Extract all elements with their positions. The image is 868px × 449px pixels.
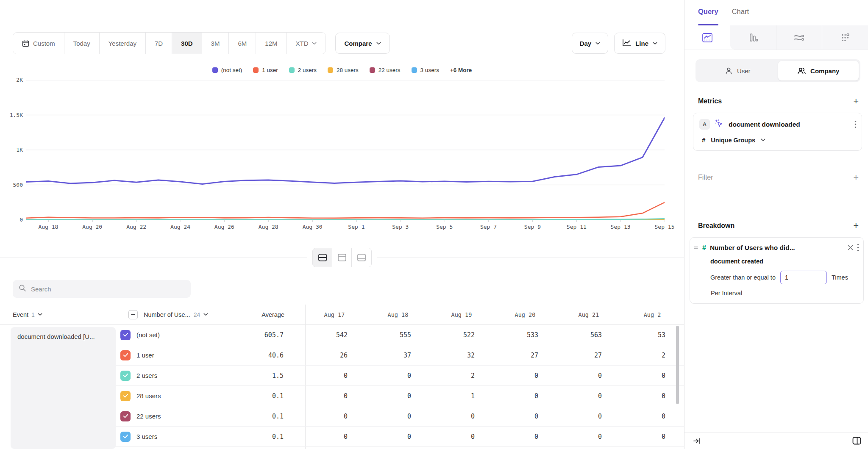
range-button-30d[interactable]: 30D: [172, 33, 202, 54]
scope-option-company[interactable]: Company: [778, 61, 859, 80]
scope-option-user[interactable]: User: [697, 61, 778, 80]
filter-section-header: Filter +: [684, 173, 868, 182]
range-label: Yesterday: [108, 40, 136, 47]
kebab-menu-icon[interactable]: [854, 120, 857, 128]
legend-label: 28 users: [337, 67, 359, 73]
group-header-dropdown[interactable]: Number of Use... 24: [144, 311, 208, 318]
legend-item-3[interactable]: 28 users: [328, 67, 359, 73]
date-column-header[interactable]: Aug 21: [557, 311, 620, 318]
table-cell: 0: [366, 433, 430, 441]
metric-event-name: document downloaded: [729, 121, 849, 128]
series-checkbox[interactable]: [120, 371, 131, 381]
legend-item-1[interactable]: 1 user: [253, 67, 278, 73]
date-column-header[interactable]: Aug 18: [366, 311, 430, 318]
table-cell: 27: [557, 352, 620, 359]
range-button-xtd[interactable]: XTD: [287, 33, 326, 54]
kebab-menu-icon[interactable]: [857, 244, 859, 252]
chart-icon-tab-line-chart[interactable]: [684, 25, 730, 50]
grid-dots-icon: [840, 33, 851, 43]
range-button-6m[interactable]: 6M: [229, 33, 256, 54]
x-axis-tick: [665, 220, 665, 222]
chevron-down-icon: [595, 42, 600, 45]
x-axis-tick: [532, 220, 533, 222]
metric-card[interactable]: A document downloaded # Unique Groups: [693, 113, 862, 151]
legend-item-0[interactable]: (not set): [212, 67, 242, 73]
date-column-header[interactable]: Aug 19: [430, 311, 493, 318]
close-icon[interactable]: [848, 245, 853, 250]
layout-toggle-split-view[interactable]: [313, 248, 332, 267]
x-axis-label: Sep 1: [348, 224, 364, 230]
legend-item-4[interactable]: 22 users: [370, 67, 401, 73]
add-metric-button[interactable]: +: [853, 97, 859, 106]
average-cell: 1.5: [222, 372, 284, 380]
series-checkbox[interactable]: [120, 432, 131, 442]
chart-plot-area[interactable]: 05001K1.5K2K: [26, 80, 665, 220]
metric-row: A document downloaded: [699, 119, 857, 130]
event-name-cell[interactable]: document downloaded [U...: [11, 327, 116, 449]
drag-handle-icon[interactable]: [693, 245, 698, 250]
date-column-header[interactable]: Aug 17: [303, 311, 366, 318]
search-box[interactable]: [13, 280, 191, 298]
compare-button[interactable]: Compare: [335, 33, 389, 54]
add-breakdown-button[interactable]: +: [853, 221, 859, 230]
series-checkbox[interactable]: [120, 391, 131, 401]
legend-item-2[interactable]: 2 users: [289, 67, 317, 73]
series-checkbox[interactable]: [120, 411, 131, 421]
date-column-header[interactable]: Aug 20: [493, 311, 557, 318]
search-icon: [19, 284, 26, 294]
collapse-panel-icon[interactable]: [693, 437, 701, 445]
chart-icon-tab-flow-chart[interactable]: [776, 25, 822, 50]
legend-swatch: [253, 67, 259, 73]
series-checkbox[interactable]: [120, 330, 131, 340]
legend-item-5[interactable]: 3 users: [412, 67, 439, 73]
x-axis-label: Aug 20: [82, 224, 102, 230]
range-button-3m[interactable]: 3M: [202, 33, 229, 54]
table-cell: 0: [557, 372, 620, 380]
times-value-input[interactable]: [780, 271, 827, 284]
panel-tab-query[interactable]: Query: [698, 8, 718, 25]
legend-label: (not set): [221, 67, 242, 73]
legend-more-button[interactable]: +6 More: [450, 67, 472, 73]
breakdown-card[interactable]: # Number of Users who did... document cr…: [690, 237, 864, 304]
event-header[interactable]: Event 1: [0, 311, 122, 318]
average-header[interactable]: Average: [225, 311, 284, 318]
table-cell: 522: [430, 331, 493, 339]
date-column-header[interactable]: Aug 2: [620, 311, 684, 318]
side-panel-toggle-icon[interactable]: [852, 437, 861, 445]
series-label: 1 user: [136, 352, 154, 359]
layout-toggle-chart-only[interactable]: [332, 248, 352, 267]
table-cell: 0: [303, 392, 366, 400]
table-cell: 32: [430, 352, 493, 359]
range-label: 12M: [265, 40, 277, 47]
breakdown-heading: Breakdown: [698, 222, 734, 230]
per-interval-label[interactable]: Per Interval: [711, 290, 859, 297]
x-axis-tick: [576, 220, 577, 222]
granularity-button[interactable]: Day: [572, 33, 609, 54]
range-button-12m[interactable]: 12M: [256, 33, 287, 54]
series-checkbox[interactable]: [120, 350, 131, 360]
y-axis-label: 0: [2, 216, 23, 223]
range-button-custom[interactable]: Custom: [13, 33, 64, 54]
breakdown-event-name[interactable]: document created: [710, 258, 859, 265]
range-button-7d[interactable]: 7D: [146, 33, 172, 54]
x-axis-tick: [356, 220, 357, 222]
chart-type-button[interactable]: Line: [614, 33, 665, 54]
condition-suffix: Times: [832, 274, 848, 281]
number-property-icon: #: [702, 244, 706, 252]
layout-toggle-table-only[interactable]: [352, 248, 371, 267]
add-filter-button[interactable]: +: [853, 173, 859, 182]
search-input[interactable]: [31, 285, 185, 293]
series-label: 28 users: [136, 392, 161, 399]
chart-icon-tab-grid-dots[interactable]: [822, 25, 868, 50]
person-icon: [725, 67, 733, 75]
filter-heading: Filter: [698, 174, 713, 181]
chart-icon-tab-bar-chart[interactable]: [730, 25, 776, 50]
select-all-checkbox[interactable]: [128, 310, 138, 319]
table-cell: 37: [366, 352, 430, 359]
condition-label[interactable]: Greater than or equal to: [710, 274, 776, 281]
table-scrollbar[interactable]: [676, 326, 679, 404]
panel-tab-chart[interactable]: Chart: [732, 8, 749, 25]
range-button-today[interactable]: Today: [64, 33, 100, 54]
range-button-yesterday[interactable]: Yesterday: [100, 33, 146, 54]
measure-dropdown[interactable]: # Unique Groups: [702, 136, 857, 144]
